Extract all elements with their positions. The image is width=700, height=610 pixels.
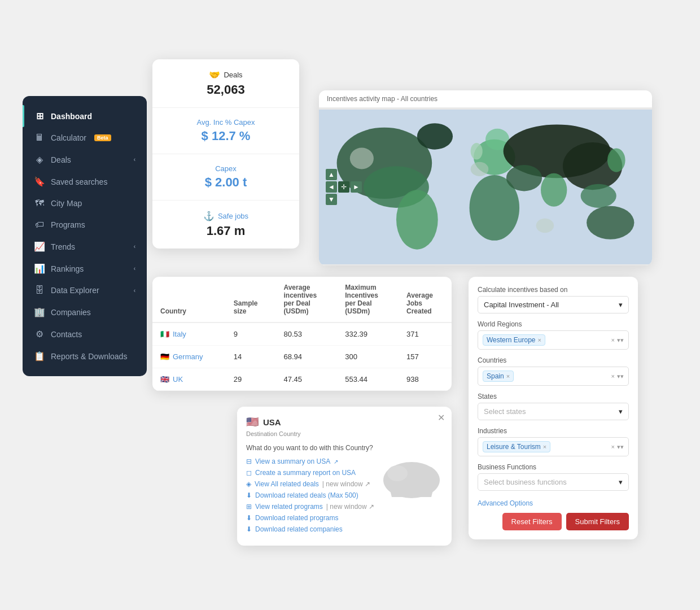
states-select[interactable]: Select states ▾ <box>478 403 629 420</box>
reset-filters-button[interactable]: Reset Filters <box>502 513 562 530</box>
data-explorer-chevron: ‹ <box>134 287 135 294</box>
city-map-icon: 🗺 <box>34 198 45 208</box>
calculate-select[interactable]: Capital Investment - All ▾ <box>478 296 629 313</box>
calculate-label: Calculate incentives based on <box>478 286 629 294</box>
popup-link-view-programs[interactable]: ⊞ View related programs | new window ↗ <box>246 503 375 511</box>
western-europe-tag: Western Europe × <box>483 334 545 346</box>
countries-chevron[interactable]: ▾ <box>617 373 624 380</box>
map-nav-right[interactable]: ► <box>351 181 362 193</box>
contacts-icon: ⚙ <box>34 329 45 339</box>
popup-link-create-report[interactable]: ◻ Create a summary report on USA <box>246 469 375 477</box>
data-explorer-icon: 🗄 <box>34 285 45 295</box>
submit-filters-button[interactable]: Submit Filters <box>566 513 629 530</box>
clear-countries[interactable]: × <box>611 373 615 380</box>
countries-label: Countries <box>478 356 629 364</box>
sidebar-item-programs[interactable]: 🏷 Programs <box>23 214 147 236</box>
clear-world-regions[interactable]: × <box>611 337 615 343</box>
col-max-incentives: MaximumIncentivesper Deal(USDm) <box>337 277 399 323</box>
svg-point-20 <box>387 465 408 481</box>
popup-link-download-programs[interactable]: ⬇ Download related programs <box>246 514 375 522</box>
countries-input[interactable]: Spain × × ▾ <box>478 367 629 386</box>
world-regions-chevron[interactable]: ▾ <box>617 337 624 344</box>
svg-marker-21 <box>389 486 434 497</box>
capex-value: $ 2.00 t <box>166 175 286 190</box>
svg-point-14 <box>607 149 625 172</box>
sidebar-item-data-explorer[interactable]: 🗄 Data Explorer ‹ <box>23 280 147 301</box>
advanced-options-link[interactable]: Advanced Options <box>478 499 533 507</box>
sidebar-item-trends[interactable]: 📈 Trends ‹ <box>23 236 147 258</box>
chevron-down-icon: ▾ <box>619 300 623 309</box>
svg-point-16 <box>350 147 374 169</box>
calculator-icon: 🖩 <box>34 133 45 143</box>
safe-jobs-icon: ⚓ <box>203 211 215 221</box>
stat-deals: 🤝 Deals 52,063 <box>152 59 299 108</box>
svg-point-17 <box>471 162 489 176</box>
business-functions-select[interactable]: Select business functions ▾ <box>478 473 629 491</box>
popup-question: What do you want to do with this Country… <box>246 444 443 452</box>
industries-input[interactable]: Leisure & Tourism × × ▾ <box>478 437 629 456</box>
filter-buttons: Reset Filters Submit Filters <box>478 513 629 530</box>
world-regions-label: World Regions <box>478 320 629 328</box>
clear-industries[interactable]: × <box>611 443 615 450</box>
companies-icon: 🏢 <box>34 307 45 317</box>
business-functions-chevron: ▾ <box>619 478 623 486</box>
sidebar-item-contacts[interactable]: ⚙ Contacts <box>23 323 147 345</box>
link-icon-view-summary: ⊟ <box>246 457 252 465</box>
map-nav-left[interactable]: ◄ <box>326 181 337 193</box>
popup-link-view-summary[interactable]: ⊟ View a summary on USA ↗ <box>246 457 375 465</box>
sidebar: ⊞ Dashboard 🖩 Calculator Beta ◈ Deals ‹ … <box>23 96 147 376</box>
svg-point-13 <box>581 184 616 208</box>
link-icon-view-deals: ◈ <box>246 480 251 488</box>
svg-point-3 <box>417 123 453 149</box>
popup-panel: ✕ 🇺🇸 USA Destination Country What do you… <box>237 407 452 546</box>
sidebar-item-calculator[interactable]: 🖩 Calculator Beta <box>23 127 147 149</box>
map-body[interactable]: ▲ ◄ ✛ ► ▼ − <box>319 108 652 265</box>
sidebar-item-deals[interactable]: ◈ Deals ‹ <box>23 149 147 171</box>
col-sample: Samplesize <box>226 277 276 323</box>
saved-searches-icon: 🔖 <box>34 176 45 187</box>
avg-inc-value: $ 12.7 % <box>166 129 286 143</box>
table-row: 🇩🇪Germany 14 68.94 300 157 <box>152 346 452 368</box>
beta-badge: Beta <box>94 134 111 141</box>
spain-tag: Spain × <box>483 371 514 382</box>
country-table: Country Samplesize Averageincentivesper … <box>152 277 452 391</box>
popup-close-button[interactable]: ✕ <box>438 412 445 423</box>
dashboard-icon: ⊞ <box>34 111 45 121</box>
popup-link-download-companies[interactable]: ⬇ Download related companies <box>246 525 375 533</box>
remove-spain[interactable]: × <box>506 373 510 380</box>
map-nav-center[interactable]: ✛ <box>338 181 349 193</box>
trends-chevron: ‹ <box>134 243 135 250</box>
filter-business-functions: Business Functions Select business funct… <box>478 463 629 491</box>
popup-link-download-deals[interactable]: ⬇ Download related deals (Max 500) <box>246 491 375 499</box>
popup-link-view-deals[interactable]: ◈ View All related deals | new window ↗ <box>246 480 375 488</box>
remove-western-europe[interactable]: × <box>538 337 541 343</box>
popup-title: USA <box>263 417 281 427</box>
deals-chevron: ‹ <box>134 156 135 163</box>
popup-flag: 🇺🇸 <box>246 416 259 428</box>
svg-point-7 <box>471 143 483 160</box>
sidebar-item-companies[interactable]: 🏢 Companies <box>23 301 147 323</box>
sidebar-item-dashboard[interactable]: ⊞ Dashboard <box>23 105 147 127</box>
remove-leisure-tourism[interactable]: × <box>543 443 546 450</box>
sidebar-item-reports[interactable]: 📋 Reports & Downloads <box>23 345 147 367</box>
link-icon-download-deals: ⬇ <box>246 491 252 499</box>
filter-countries: Countries Spain × × ▾ <box>478 356 629 386</box>
rankings-chevron: ‹ <box>134 265 135 272</box>
map-navigation: ▲ ◄ ✛ ► ▼ <box>326 169 362 205</box>
industries-chevron[interactable]: ▾ <box>617 443 624 451</box>
rankings-icon: 📊 <box>34 263 45 274</box>
svg-point-18 <box>536 219 554 233</box>
sidebar-item-saved-searches[interactable]: 🔖 Saved searches <box>23 171 147 193</box>
sidebar-item-city-map[interactable]: 🗺 City Map <box>23 193 147 214</box>
stat-safe-jobs: ⚓ Safe jobs 1.67 m <box>152 201 299 249</box>
sidebar-item-rankings[interactable]: 📊 Rankings ‹ <box>23 258 147 280</box>
filters-panel: Calculate incentives based on Capital In… <box>469 277 638 539</box>
map-nav-down[interactable]: ▼ <box>326 194 337 205</box>
trends-icon: 📈 <box>34 241 45 252</box>
stat-avg-inc: Avg. Inc % Capex $ 12.7 % <box>152 108 299 154</box>
col-avg-incentives: Averageincentivesper Deal(USDm) <box>275 277 337 323</box>
stats-panel: 🤝 Deals 52,063 Avg. Inc % Capex $ 12.7 %… <box>152 59 299 249</box>
world-regions-input[interactable]: Western Europe × × ▾ <box>478 330 629 350</box>
table-row: 🇮🇹Italy 9 80.53 332.39 371 <box>152 323 452 346</box>
map-nav-up[interactable]: ▲ <box>326 169 337 180</box>
